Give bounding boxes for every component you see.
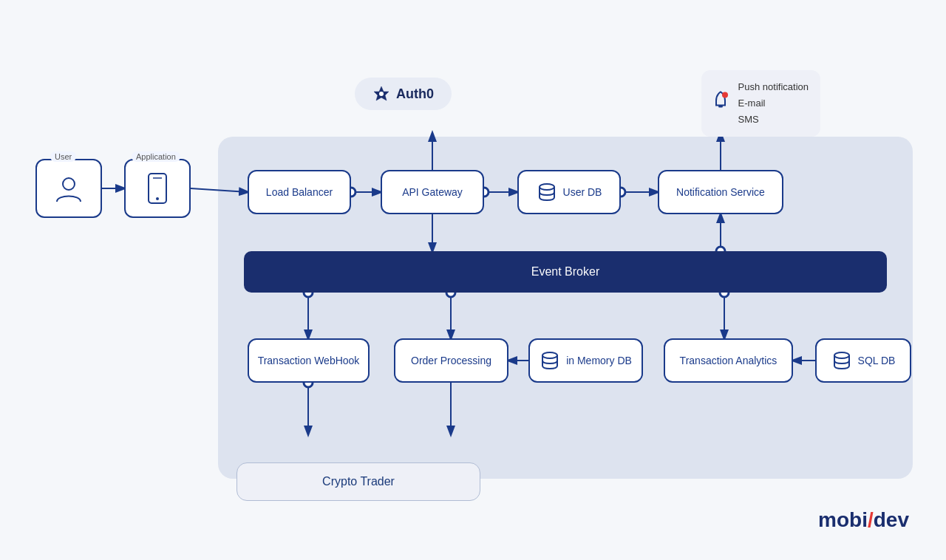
in-memory-db-node: in Memory DB — [528, 338, 643, 383]
db-icon — [537, 182, 557, 202]
notif-sms: SMS — [738, 112, 809, 128]
svg-point-3 — [722, 92, 728, 98]
user-db-node: User DB — [517, 170, 621, 214]
svg-point-9 — [542, 352, 557, 358]
event-broker-node: Event Broker — [244, 251, 887, 293]
diagram-container: Auth0 Push notification E-mail SMS User … — [15, 15, 931, 545]
auth0-icon — [372, 85, 390, 103]
notification-info-box: Push notification E-mail SMS — [701, 70, 820, 137]
auth0-label: Auth0 — [396, 86, 434, 102]
crypto-trader-node: Crypto Trader — [236, 462, 480, 501]
notif-email: E-mail — [738, 95, 809, 112]
svg-point-4 — [63, 178, 75, 190]
sql-db-icon — [831, 350, 852, 371]
svg-point-10 — [834, 352, 849, 358]
notification-service-node: Notification Service — [658, 170, 783, 214]
application-node — [124, 159, 191, 218]
mobidev-logo: mobi/dev — [818, 508, 909, 532]
auth0-box: Auth0 — [355, 78, 452, 110]
load-balancer-node: Load Balancer — [248, 170, 351, 214]
transaction-analytics-node: Transaction Analytics — [664, 338, 793, 383]
transaction-webhook-node: Transaction WebHook — [248, 338, 370, 383]
api-gateway-node: API Gateway — [381, 170, 484, 214]
sql-db-node: SQL DB — [815, 338, 911, 383]
notif-push: Push notification — [738, 79, 809, 95]
user-node — [35, 159, 102, 218]
bell-icon — [709, 89, 732, 118]
svg-point-1 — [379, 92, 384, 96]
svg-point-8 — [540, 184, 554, 190]
user-label: User — [50, 151, 76, 162]
user-icon — [54, 174, 84, 203]
memory-db-icon — [540, 350, 560, 371]
svg-rect-2 — [718, 106, 723, 108]
svg-point-6 — [156, 197, 159, 200]
mobile-icon — [146, 172, 169, 205]
order-processing-node: Order Processing — [394, 338, 508, 383]
application-label: Application — [132, 151, 180, 162]
